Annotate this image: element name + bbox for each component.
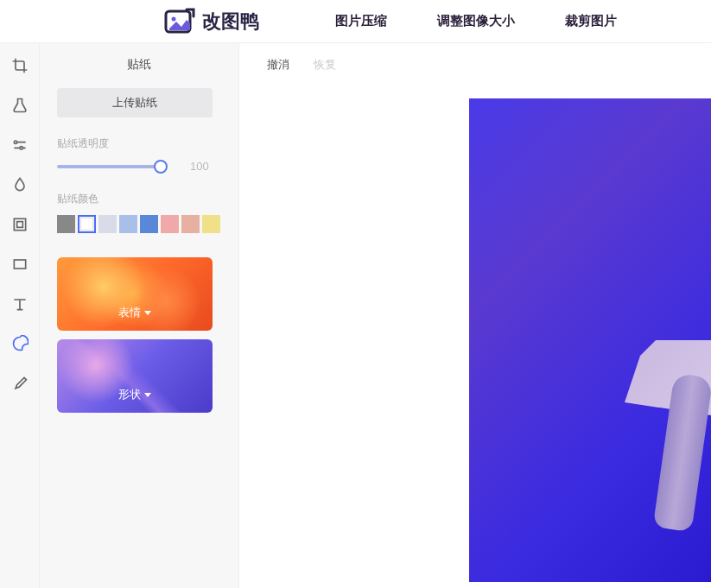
adjust-tool-icon[interactable] [11,136,29,154]
sticker-sidebar: 贴纸 上传贴纸 贴纸透明度 100 贴纸颜色 表情 形状 [40,43,239,588]
swatch-skyblue[interactable] [119,215,137,233]
swatch-gray[interactable] [57,215,75,233]
nav-resize[interactable]: 调整图像大小 [437,13,515,29]
svg-rect-5 [16,222,22,228]
swatch-white[interactable] [78,215,96,233]
svg-rect-6 [14,260,25,269]
tool-toolbar [0,43,40,588]
text-tool-icon[interactable] [11,295,29,313]
color-label: 贴纸颜色 [57,192,221,206]
nav-compress[interactable]: 图片压缩 [335,13,387,29]
logo-text: 改图鸭 [202,9,259,35]
swatch-pink[interactable] [161,215,179,233]
rect-tool-icon[interactable] [11,256,29,273]
svg-point-1 [172,16,176,21]
brush-tool-icon[interactable] [11,375,29,392]
upload-sticker-button[interactable]: 上传贴纸 [57,88,213,117]
swatch-coral[interactable] [181,215,200,233]
category-emoji[interactable]: 表情 [57,257,213,331]
swatch-yellow[interactable] [202,215,220,233]
opacity-label: 贴纸透明度 [57,136,221,151]
category-shapes[interactable]: 形状 [57,339,213,413]
color-swatches [57,215,221,233]
opacity-slider[interactable] [57,165,161,168]
category-shapes-label: 形状 [118,387,141,402]
swatch-lightblue[interactable] [98,215,117,233]
undo-button[interactable]: 撤消 [267,57,289,73]
canvas-area: 撤消 恢复 [239,43,711,588]
sidebar-title: 贴纸 [57,57,221,73]
frame-tool-icon[interactable] [11,216,29,233]
canvas-image[interactable] [469,98,711,582]
drop-tool-icon[interactable] [11,176,29,193]
swatch-blue[interactable] [140,215,158,233]
svg-point-3 [20,147,22,149]
crop-tool-icon[interactable] [11,57,29,74]
sticker-tool-icon[interactable] [11,335,29,352]
svg-point-2 [14,141,16,143]
svg-rect-4 [14,218,25,230]
redo-button: 恢复 [314,57,336,73]
slider-thumb[interactable] [154,160,168,174]
flask-tool-icon[interactable] [11,97,29,114]
nav-crop[interactable]: 裁剪图片 [565,13,617,29]
chevron-down-icon [144,311,151,315]
category-emoji-label: 表情 [118,305,141,320]
opacity-value: 100 [190,160,209,173]
chevron-down-icon [144,393,151,397]
logo[interactable]: 改图鸭 [164,8,259,35]
logo-icon [164,8,195,35]
